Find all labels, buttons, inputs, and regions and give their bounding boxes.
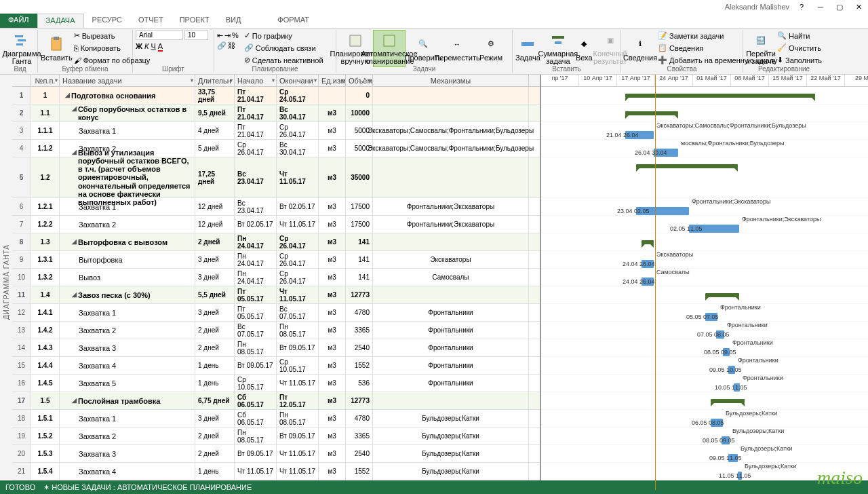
- by-graph-button[interactable]: ✓По графику: [244, 30, 323, 41]
- cell[interactable]: Чт 11.05.17: [277, 286, 319, 303]
- cell[interactable]: 1: [12, 87, 31, 104]
- indent-icon[interactable]: ⇥: [224, 31, 231, 40]
- cell[interactable]: Экскаваторы;Самосвалы;Фронтальники;Бульд…: [373, 122, 529, 139]
- cell[interactable]: Чт 11.05.17: [277, 375, 319, 392]
- collapse-icon[interactable]: ◢: [65, 92, 70, 98]
- cell[interactable]: 11: [12, 286, 31, 303]
- cell[interactable]: Пн 08.05.17: [235, 339, 277, 356]
- cell[interactable]: Бульдозеры;Катки: [373, 463, 529, 480]
- cell[interactable]: Самосвалы: [373, 269, 529, 286]
- cell[interactable]: Фронтальники;Экскаваторы: [373, 216, 529, 233]
- cell[interactable]: Вс 07.05.17: [235, 322, 277, 339]
- cell[interactable]: Вс 30.04.17: [277, 140, 319, 157]
- minimize-icon[interactable]: ─: [814, 1, 827, 12]
- cell[interactable]: Ср 26.04.17: [235, 140, 277, 157]
- cell[interactable]: 4: [12, 140, 31, 157]
- cell[interactable]: 3 дней: [195, 304, 235, 321]
- table-row[interactable]: 91.3.1Выторфовка3 днейПн 24.04.17Ср 26.0…: [12, 251, 540, 269]
- cell[interactable]: м3: [319, 428, 346, 444]
- cell[interactable]: м3: [319, 375, 346, 392]
- cell[interactable]: 1.1.2: [31, 140, 60, 157]
- bold-button[interactable]: Ж: [136, 42, 142, 52]
- milestone-button[interactable]: ◆Веха: [576, 30, 593, 67]
- gantt-chart[interactable]: пр '1710 Апр '1717 Апр '1724 Апр '1701 М…: [541, 75, 868, 490]
- tab-format[interactable]: ФОРМАТ: [269, 14, 317, 28]
- tab-resource[interactable]: РЕСУРС: [84, 14, 130, 28]
- collapse-icon[interactable]: ◢: [72, 291, 77, 298]
- cell[interactable]: 19: [12, 428, 31, 444]
- task-name-cell[interactable]: Захватка 4: [60, 463, 195, 480]
- cell[interactable]: м3: [319, 463, 346, 480]
- cell[interactable]: м3: [319, 269, 346, 286]
- cell[interactable]: Фронтальники: [373, 304, 529, 321]
- cell[interactable]: 1.5.3: [31, 445, 60, 462]
- cell[interactable]: 1.4.2: [31, 322, 60, 339]
- table-row[interactable]: 71.2.2Захватка 212 днейВт 02.05.17Чт 11.…: [12, 216, 540, 233]
- cell[interactable]: Вс 07.05.17: [277, 304, 319, 321]
- dropdown-icon[interactable]: ▾: [368, 77, 371, 83]
- cell[interactable]: Вт 02.05.17: [235, 216, 277, 233]
- cell[interactable]: Пт 05.05.17: [235, 304, 277, 321]
- cell[interactable]: 1: [31, 87, 60, 104]
- task-name-cell[interactable]: Захватка 4: [60, 357, 195, 374]
- cell[interactable]: Бульдозеры;Катки: [373, 428, 529, 444]
- gantt-bar[interactable]: [705, 293, 739, 297]
- table-row[interactable]: 161.4.5Захватка 51 деньСр 10.05.17Чт 11.…: [12, 375, 540, 392]
- cell[interactable]: 18: [12, 410, 31, 427]
- dropdown-icon[interactable]: ▾: [314, 77, 317, 83]
- task-name-cell[interactable]: Захватка 1: [60, 304, 195, 321]
- tab-file[interactable]: ФАЙЛ: [0, 14, 37, 28]
- dropdown-icon[interactable]: ▾: [55, 77, 58, 83]
- cell[interactable]: [373, 87, 529, 104]
- cell[interactable]: [373, 286, 529, 303]
- col-name[interactable]: Название задачи▾: [60, 75, 195, 86]
- table-row[interactable]: 201.5.3Захватка 32 днейВт 09.05.17Чт 11.…: [12, 445, 540, 463]
- cell[interactable]: 2 дней: [195, 445, 235, 462]
- cell[interactable]: 35000: [346, 157, 373, 197]
- cell[interactable]: м3: [319, 322, 346, 339]
- cell[interactable]: 6,75 дней: [195, 392, 235, 409]
- cell[interactable]: 1.5.1: [31, 410, 60, 427]
- cell[interactable]: 1.2: [31, 157, 60, 197]
- table-row[interactable]: 151.4.4Захватка 41 деньВт 09.05.17Ср 10.…: [12, 357, 540, 375]
- pct-icon[interactable]: %: [232, 31, 239, 40]
- table-row[interactable]: 141.4.3Захватка 32 днейПн 08.05.17Вт 09.…: [12, 339, 540, 357]
- collapse-icon[interactable]: ◢: [72, 149, 77, 155]
- table-row[interactable]: 31.1.1Захватка 14 днейПт 21.04.17Ср 26.0…: [12, 122, 540, 140]
- cell[interactable]: 15: [12, 357, 31, 374]
- collapse-icon[interactable]: ◢: [72, 105, 77, 112]
- tab-report[interactable]: ОТЧЕТ: [130, 14, 172, 28]
- cell[interactable]: 9,5 дней: [195, 104, 235, 121]
- col-wbs[interactable]: №п.п.▾: [31, 75, 60, 86]
- cell[interactable]: Ср 26.04.17: [277, 251, 319, 268]
- cell[interactable]: 21: [12, 463, 31, 480]
- respect-links-button[interactable]: 🔗Соблюдать связи: [244, 42, 323, 54]
- cell[interactable]: 1.5.2: [31, 428, 60, 444]
- cell[interactable]: Экскаваторы;Самосвалы;Фронтальники;Бульд…: [373, 140, 529, 157]
- cell[interactable]: Чт 11.05.17: [235, 463, 277, 480]
- outdent-icon[interactable]: ⇤: [217, 31, 223, 40]
- gantt-bar[interactable]: [625, 94, 815, 98]
- cell[interactable]: Чт 11.05.17: [277, 445, 319, 462]
- inspect-button[interactable]: 🔍Проверить: [407, 30, 439, 67]
- cell[interactable]: 8: [12, 233, 31, 250]
- cell[interactable]: м3: [319, 198, 346, 215]
- cell[interactable]: 1.3: [31, 233, 60, 250]
- cell[interactable]: м3: [319, 122, 346, 139]
- font-size-select[interactable]: 10: [184, 30, 208, 40]
- task-name-cell[interactable]: Захватка 2: [60, 216, 195, 233]
- task-name-cell[interactable]: Захватка 2: [60, 428, 195, 444]
- cell[interactable]: Ср 26.04.17: [277, 233, 319, 250]
- cell[interactable]: Ср 10.05.17: [277, 357, 319, 374]
- cell[interactable]: 1.2.1: [31, 198, 60, 215]
- cell[interactable]: 10: [12, 269, 31, 286]
- cell[interactable]: 7: [12, 216, 31, 233]
- task-name-cell[interactable]: Захватка 3: [60, 445, 195, 462]
- cell[interactable]: 1.4.1: [31, 304, 60, 321]
- table-row[interactable]: 171.5◢Послойная трамбовка6,75 днейСб 06.…: [12, 392, 540, 410]
- auto-schedule-button[interactable]: Автоматическое планирование: [373, 30, 406, 67]
- cell[interactable]: 4780: [346, 304, 373, 321]
- cell[interactable]: 3365: [346, 428, 373, 444]
- cell[interactable]: Пн 08.05.17: [235, 428, 277, 444]
- cell[interactable]: Вт 09.05.17: [277, 339, 319, 356]
